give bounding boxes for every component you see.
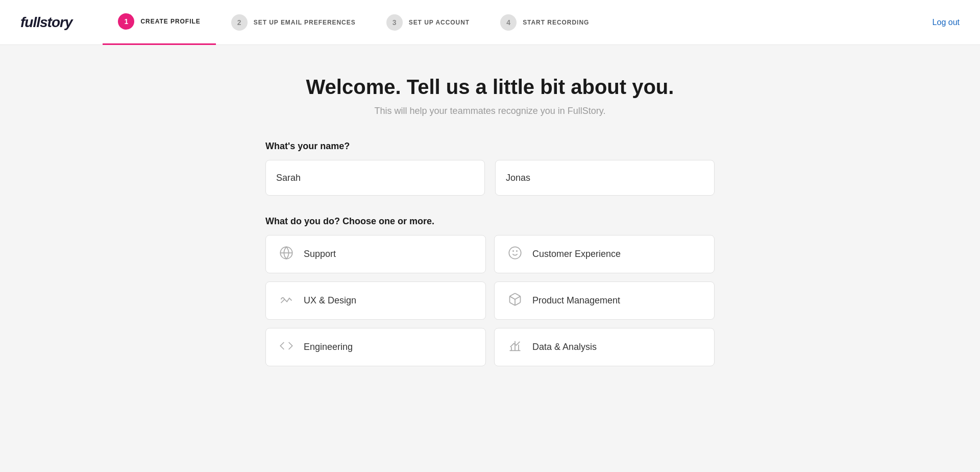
role-label-customer-experience: Customer Experience [532, 249, 621, 259]
last-name-input[interactable] [495, 160, 715, 196]
code-icon [278, 339, 295, 356]
role-grid: Support Customer Experience [265, 235, 715, 366]
step-4-label: START RECORDING [523, 19, 589, 26]
step-3-label: SET UP ACCOUNT [409, 19, 470, 26]
role-label-engineering: Engineering [304, 342, 353, 352]
page-subtitle: This will help your teammates recognize … [375, 106, 606, 116]
page-title: Welcome. Tell us a little bit about you. [306, 76, 674, 99]
name-row [265, 160, 715, 196]
profile-form: What's your name? What do you do? Choose… [265, 141, 715, 366]
smiley-icon [507, 246, 523, 263]
step-2-label: SET UP EMAIL PREFERENCES [254, 19, 356, 26]
step-1-number: 1 [118, 13, 134, 30]
ux-icon [278, 292, 295, 310]
box-icon [507, 292, 523, 310]
step-3-setup-account[interactable]: 3 SET UP ACCOUNT [371, 0, 485, 45]
role-card-data-analysis[interactable]: Data & Analysis [494, 328, 715, 366]
role-section-label: What do you do? Choose one or more. [265, 216, 715, 227]
role-card-engineering[interactable]: Engineering [265, 328, 486, 366]
steps-nav: 1 CREATE PROFILE 2 SET UP EMAIL PREFEREN… [103, 0, 932, 45]
role-card-support[interactable]: Support [265, 235, 486, 273]
first-name-input[interactable] [265, 160, 485, 196]
svg-point-1 [509, 247, 521, 258]
step-4-number: 4 [500, 14, 517, 31]
step-4-start-recording[interactable]: 4 START RECORDING [485, 0, 604, 45]
role-card-product-management[interactable]: Product Management [494, 281, 715, 320]
step-1-create-profile[interactable]: 1 CREATE PROFILE [103, 0, 215, 45]
main-content: Welcome. Tell us a little bit about you.… [0, 45, 980, 387]
header: fullstory 1 CREATE PROFILE 2 SET UP EMAI… [0, 0, 980, 45]
logout-button[interactable]: Log out [933, 18, 960, 27]
name-section-label: What's your name? [265, 141, 715, 152]
role-card-customer-experience[interactable]: Customer Experience [494, 235, 715, 273]
role-label-data-analysis: Data & Analysis [532, 342, 597, 352]
step-3-number: 3 [386, 14, 403, 31]
role-label-product-management: Product Management [532, 295, 620, 306]
step-2-email-preferences[interactable]: 2 SET UP EMAIL PREFERENCES [216, 0, 371, 45]
step-2-number: 2 [231, 14, 248, 31]
globe-icon [278, 246, 295, 263]
step-1-label: CREATE PROFILE [140, 18, 200, 25]
role-label-ux-design: UX & Design [304, 295, 356, 306]
chart-icon [507, 339, 523, 356]
role-label-support: Support [304, 249, 336, 259]
logo: fullstory [20, 14, 72, 31]
role-card-ux-design[interactable]: UX & Design [265, 281, 486, 320]
